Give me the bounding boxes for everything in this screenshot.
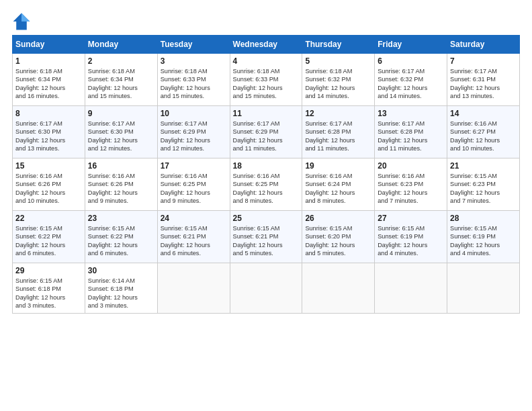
day-info: Sunrise: 6:17 AMSunset: 6:31 PMDaylight:… (450, 67, 517, 101)
day-number: 12 (305, 109, 371, 118)
day-info: Sunrise: 6:16 AMSunset: 6:23 PMDaylight:… (378, 172, 444, 205)
calendar-cell: 11Sunrise: 6:17 AMSunset: 6:29 PMDayligh… (230, 106, 302, 158)
calendar-cell (375, 263, 447, 314)
day-info: Sunrise: 6:18 AMSunset: 6:33 PMDaylight:… (161, 67, 227, 101)
calendar-cell: 18Sunrise: 6:16 AMSunset: 6:25 PMDayligh… (230, 158, 302, 211)
day-info: Sunrise: 6:15 AMSunset: 6:20 PMDaylight:… (305, 224, 371, 258)
day-number: 23 (88, 214, 154, 223)
calendar-cell: 24Sunrise: 6:15 AMSunset: 6:21 PMDayligh… (157, 211, 230, 263)
day-info: Sunrise: 6:15 AMSunset: 6:21 PMDaylight:… (161, 224, 227, 258)
calendar-cell: 4Sunrise: 6:18 AMSunset: 6:33 PMDaylight… (230, 54, 302, 106)
day-info: Sunrise: 6:15 AMSunset: 6:21 PMDaylight:… (233, 224, 300, 258)
calendar-cell (302, 263, 375, 314)
day-number: 3 (161, 56, 227, 66)
day-info: Sunrise: 6:17 AMSunset: 6:29 PMDaylight:… (233, 120, 300, 153)
day-info: Sunrise: 6:17 AMSunset: 6:30 PMDaylight:… (15, 120, 82, 153)
calendar-cell (157, 263, 230, 314)
calendar-cell: 27Sunrise: 6:15 AMSunset: 6:19 PMDayligh… (375, 211, 447, 263)
calendar-cell: 14Sunrise: 6:16 AMSunset: 6:27 PMDayligh… (447, 106, 520, 158)
day-number: 1 (15, 56, 82, 66)
day-info: Sunrise: 6:17 AMSunset: 6:28 PMDaylight:… (378, 120, 444, 153)
day-info: Sunrise: 6:17 AMSunset: 6:29 PMDaylight:… (161, 120, 227, 153)
calendar-header-saturday: Saturday (447, 36, 520, 54)
day-number: 13 (378, 109, 444, 118)
day-number: 19 (305, 161, 371, 171)
calendar-cell: 1Sunrise: 6:18 AMSunset: 6:34 PMDaylight… (13, 54, 85, 106)
day-info: Sunrise: 6:15 AMSunset: 6:19 PMDaylight:… (378, 224, 444, 258)
day-info: Sunrise: 6:17 AMSunset: 6:32 PMDaylight:… (378, 67, 444, 101)
calendar-cell: 21Sunrise: 6:15 AMSunset: 6:23 PMDayligh… (447, 158, 520, 211)
day-info: Sunrise: 6:18 AMSunset: 6:33 PMDaylight:… (233, 67, 300, 101)
day-number: 16 (88, 161, 154, 171)
day-number: 30 (88, 266, 154, 275)
day-info: Sunrise: 6:16 AMSunset: 6:25 PMDaylight:… (161, 172, 227, 205)
calendar-week-3: 15Sunrise: 6:16 AMSunset: 6:26 PMDayligh… (13, 158, 520, 211)
calendar-cell: 26Sunrise: 6:15 AMSunset: 6:20 PMDayligh… (302, 211, 375, 263)
day-number: 22 (15, 214, 82, 223)
logo (12, 12, 35, 31)
calendar-cell: 30Sunrise: 6:14 AMSunset: 6:18 PMDayligh… (85, 263, 157, 314)
calendar-cell: 7Sunrise: 6:17 AMSunset: 6:31 PMDaylight… (447, 54, 520, 106)
calendar-header-row: SundayMondayTuesdayWednesdayThursdayFrid… (13, 36, 520, 54)
calendar-week-5: 29Sunrise: 6:15 AMSunset: 6:18 PMDayligh… (13, 263, 520, 314)
calendar-cell: 22Sunrise: 6:15 AMSunset: 6:22 PMDayligh… (13, 211, 85, 263)
header (12, 12, 520, 31)
day-number: 21 (450, 161, 517, 171)
calendar-cell: 23Sunrise: 6:15 AMSunset: 6:22 PMDayligh… (85, 211, 157, 263)
calendar-header-wednesday: Wednesday (230, 36, 302, 54)
calendar-cell: 19Sunrise: 6:16 AMSunset: 6:24 PMDayligh… (302, 158, 375, 211)
day-info: Sunrise: 6:17 AMSunset: 6:30 PMDaylight:… (88, 120, 154, 153)
day-number: 6 (378, 56, 444, 66)
day-info: Sunrise: 6:15 AMSunset: 6:18 PMDaylight:… (15, 277, 82, 310)
day-number: 2 (88, 56, 154, 66)
day-info: Sunrise: 6:16 AMSunset: 6:26 PMDaylight:… (15, 172, 82, 205)
day-number: 29 (15, 266, 82, 275)
day-info: Sunrise: 6:15 AMSunset: 6:23 PMDaylight:… (450, 172, 517, 205)
calendar-week-4: 22Sunrise: 6:15 AMSunset: 6:22 PMDayligh… (13, 211, 520, 263)
calendar-header-sunday: Sunday (13, 36, 85, 54)
calendar-header-thursday: Thursday (302, 36, 375, 54)
calendar-cell (230, 263, 302, 314)
svg-marker-1 (21, 13, 30, 21)
day-info: Sunrise: 6:16 AMSunset: 6:24 PMDaylight:… (305, 172, 371, 205)
day-number: 28 (450, 214, 517, 223)
calendar-cell: 28Sunrise: 6:15 AMSunset: 6:19 PMDayligh… (447, 211, 520, 263)
calendar-cell: 5Sunrise: 6:18 AMSunset: 6:32 PMDaylight… (302, 54, 375, 106)
day-info: Sunrise: 6:15 AMSunset: 6:22 PMDaylight:… (15, 224, 82, 258)
day-info: Sunrise: 6:18 AMSunset: 6:34 PMDaylight:… (88, 67, 154, 101)
day-number: 27 (378, 214, 444, 223)
calendar-cell: 6Sunrise: 6:17 AMSunset: 6:32 PMDaylight… (375, 54, 447, 106)
day-info: Sunrise: 6:16 AMSunset: 6:27 PMDaylight:… (450, 120, 517, 153)
calendar-cell: 13Sunrise: 6:17 AMSunset: 6:28 PMDayligh… (375, 106, 447, 158)
calendar-week-1: 1Sunrise: 6:18 AMSunset: 6:34 PMDaylight… (13, 54, 520, 106)
calendar-cell: 2Sunrise: 6:18 AMSunset: 6:34 PMDaylight… (85, 54, 157, 106)
day-number: 5 (305, 56, 371, 66)
day-number: 18 (233, 161, 300, 171)
page: SundayMondayTuesdayWednesdayThursdayFrid… (0, 0, 532, 411)
day-number: 10 (161, 109, 227, 118)
calendar-cell: 20Sunrise: 6:16 AMSunset: 6:23 PMDayligh… (375, 158, 447, 211)
day-number: 7 (450, 56, 517, 66)
calendar-cell: 29Sunrise: 6:15 AMSunset: 6:18 PMDayligh… (13, 263, 85, 314)
day-info: Sunrise: 6:14 AMSunset: 6:18 PMDaylight:… (88, 277, 154, 310)
day-info: Sunrise: 6:17 AMSunset: 6:28 PMDaylight:… (305, 120, 371, 153)
day-info: Sunrise: 6:15 AMSunset: 6:19 PMDaylight:… (450, 224, 517, 258)
calendar-cell: 25Sunrise: 6:15 AMSunset: 6:21 PMDayligh… (230, 211, 302, 263)
day-number: 4 (233, 56, 300, 66)
day-number: 14 (450, 109, 517, 118)
calendar-cell: 17Sunrise: 6:16 AMSunset: 6:25 PMDayligh… (157, 158, 230, 211)
day-number: 24 (161, 214, 227, 223)
calendar-cell: 10Sunrise: 6:17 AMSunset: 6:29 PMDayligh… (157, 106, 230, 158)
calendar-week-2: 8Sunrise: 6:17 AMSunset: 6:30 PMDaylight… (13, 106, 520, 158)
day-number: 20 (378, 161, 444, 171)
calendar-cell: 12Sunrise: 6:17 AMSunset: 6:28 PMDayligh… (302, 106, 375, 158)
calendar-table: SundayMondayTuesdayWednesdayThursdayFrid… (12, 35, 520, 314)
day-number: 17 (161, 161, 227, 171)
day-number: 9 (88, 109, 154, 118)
day-info: Sunrise: 6:18 AMSunset: 6:32 PMDaylight:… (305, 67, 371, 101)
calendar-header-tuesday: Tuesday (157, 36, 230, 54)
day-number: 26 (305, 214, 371, 223)
day-number: 8 (15, 109, 82, 118)
day-number: 25 (233, 214, 300, 223)
day-number: 15 (15, 161, 82, 171)
